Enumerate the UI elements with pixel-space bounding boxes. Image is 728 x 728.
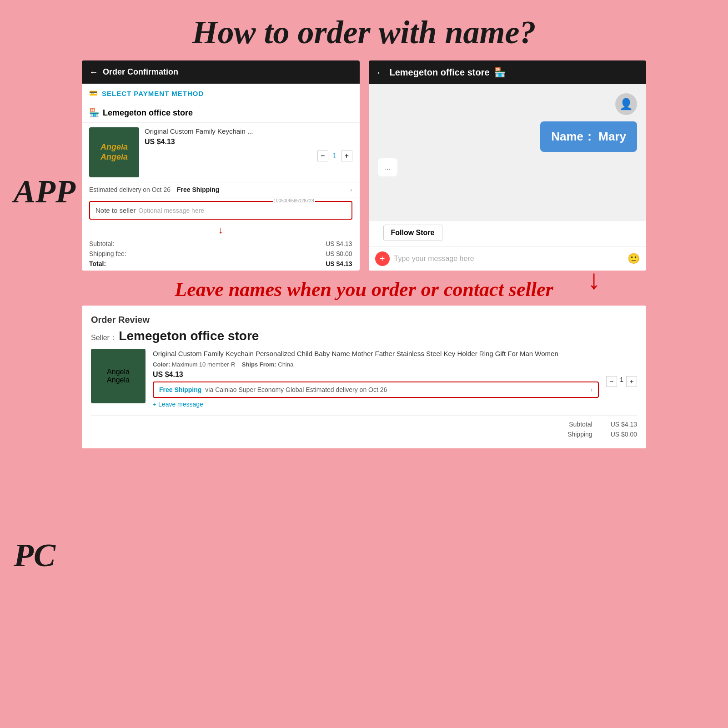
- pc-panel: Order Review Seller： Lemegeton office st…: [82, 306, 646, 448]
- pc-product-row: Angela Angela Original Custom Family Key…: [91, 349, 637, 411]
- pc-order-review-title: Order Review: [91, 315, 637, 325]
- pc-qty-minus-button[interactable]: −: [606, 376, 617, 387]
- follow-store-button[interactable]: Follow Store: [383, 225, 442, 241]
- store-name: Lemegeton office store: [103, 108, 193, 118]
- chat-input-field[interactable]: Type your message here: [394, 255, 623, 263]
- chat-header-title: Lemegeton office store: [390, 67, 490, 78]
- middle-row: Leave names when you order or contact se…: [0, 271, 728, 306]
- chat-header: ← Lemegeton office store 🏪: [369, 60, 647, 84]
- product-price: US $4.13: [145, 138, 352, 146]
- pc-shipping-value: US $0.00: [611, 431, 637, 438]
- main-title: How to order with name?: [0, 0, 728, 51]
- qty-number: 1: [333, 152, 337, 160]
- pc-label: PC: [14, 537, 55, 574]
- free-shipping-label: Free Shipping: [177, 186, 219, 193]
- color-value: Maximum 10 member-R: [172, 361, 235, 368]
- middle-text: Leave names when you order or contact se…: [0, 278, 728, 301]
- shipping-row: Shipping fee: US $0.00: [89, 249, 352, 259]
- chat-store-icon: 🏪: [494, 67, 506, 78]
- response-bubble: ...: [378, 158, 398, 176]
- subtotal-row: Subtotal: US $4.13: [89, 239, 352, 249]
- shipping-value: US $0.00: [326, 250, 352, 257]
- totals-section: Subtotal: US $4.13 Shipping fee: US $0.0…: [82, 237, 360, 271]
- payment-label: SELECT PAYMENT METHOD: [102, 90, 204, 97]
- delivery-text: Estimated delivery on Oct 26: [89, 186, 171, 193]
- seller-avatar: 👤: [615, 93, 637, 115]
- pc-qty-plus-button[interactable]: +: [626, 376, 637, 387]
- pc-shipping-chevron-icon: ›: [591, 386, 593, 393]
- app-right-panel: ← Lemegeton office store 🏪 👤 Name： Mary …: [369, 60, 647, 271]
- pc-product-details: Original Custom Family Keychain Personal…: [153, 349, 599, 411]
- chat-emoji-button[interactable]: 🙂: [628, 253, 640, 265]
- qty-minus-button[interactable]: −: [317, 151, 328, 161]
- note-seller-box[interactable]: Note to seller Optional message here 100…: [89, 201, 352, 220]
- pc-product-name: Original Custom Family Keychain Personal…: [153, 349, 599, 358]
- pc-shipping-detail: via Cainiao Super Economy Global Estimat…: [205, 386, 387, 393]
- pc-shipping-label: Shipping: [567, 431, 592, 438]
- pc-shipping-box: Free Shipping via Cainiao Super Economy …: [153, 382, 599, 398]
- app-left-header: ← Order Confirmation: [82, 60, 360, 84]
- pc-product-price: US $4.13: [153, 371, 599, 379]
- qty-plus-button[interactable]: +: [341, 151, 352, 161]
- order-id: 1005006565128728: [273, 198, 315, 203]
- pc-qty-control: − 1 +: [606, 349, 637, 411]
- product-name: Original Custom Family Keychain ...: [145, 127, 352, 135]
- pc-totals: Subtotal US $4.13 Shipping US $0.00: [91, 415, 637, 439]
- store-row: 🏪 Lemegeton office store: [82, 103, 360, 123]
- store-bag-icon: 🏪: [89, 108, 99, 118]
- pc-subtotal-row: Subtotal US $4.13: [91, 419, 637, 429]
- ships-from-label: Ships From:: [242, 361, 276, 368]
- arrow-down-icon: ↓: [218, 224, 223, 236]
- note-seller-placeholder: Optional message here: [138, 207, 204, 214]
- app-label: APP: [14, 173, 75, 211]
- chat-body: 👤 Name： Mary ...: [369, 84, 647, 221]
- name-bubble: Name： Mary: [540, 121, 637, 152]
- total-value: US $4.13: [326, 260, 352, 267]
- qty-control: − 1 +: [145, 151, 352, 161]
- product-details: Original Custom Family Keychain ... US $…: [145, 127, 352, 177]
- chat-back-arrow-icon[interactable]: ←: [376, 67, 385, 78]
- pc-free-shipping-label: Free Shipping: [159, 386, 201, 393]
- delivery-row: Estimated delivery on Oct 26 Free Shippi…: [82, 182, 360, 197]
- shipping-label: Shipping fee:: [89, 250, 126, 257]
- total-label: Total:: [89, 260, 106, 267]
- big-red-arrow-icon: ↓: [587, 266, 601, 293]
- payment-icon: 💳: [89, 89, 98, 97]
- delivery-chevron-icon: ›: [350, 186, 352, 193]
- note-seller-label: Note to seller: [95, 206, 136, 214]
- back-arrow-icon[interactable]: ←: [89, 67, 98, 77]
- color-label: Color:: [153, 361, 170, 368]
- subtotal-value: US $4.13: [326, 240, 352, 247]
- total-row: Total: US $4.13: [89, 259, 352, 269]
- pc-seller-name: Lemegeton office store: [119, 329, 259, 343]
- pc-leave-message-button[interactable]: + Leave message: [153, 401, 599, 408]
- product-image: Angela Angela: [89, 127, 139, 177]
- chat-plus-button[interactable]: +: [375, 251, 390, 266]
- pc-subtotal-value: US $4.13: [611, 421, 637, 428]
- pc-product-meta: Color: Maximum 10 member-R Ships From: C…: [153, 361, 599, 368]
- pc-seller-label: Seller：: [91, 334, 117, 341]
- pc-qty-number: 1: [620, 376, 623, 383]
- avatar-icon: 👤: [619, 98, 633, 110]
- chat-input-row: + Type your message here 🙂: [369, 246, 647, 271]
- product-row: Angela Angela Original Custom Family Key…: [82, 123, 360, 182]
- arrow-down-container: ↓: [82, 223, 360, 237]
- ships-from-value: China: [278, 361, 293, 368]
- keychain-text: Angela Angela: [100, 142, 128, 162]
- pc-seller-row: Seller： Lemegeton office store: [91, 329, 637, 343]
- pc-subtotal-label: Subtotal: [569, 421, 592, 428]
- payment-section[interactable]: 💳 SELECT PAYMENT METHOD: [82, 84, 360, 103]
- app-left-header-title: Order Confirmation: [103, 67, 178, 77]
- pc-product-image: Angela Angela: [91, 349, 146, 403]
- pc-shipping-row: Shipping US $0.00: [91, 429, 637, 439]
- app-left-panel: ← Order Confirmation 💳 SELECT PAYMENT ME…: [82, 60, 360, 271]
- subtotal-label: Subtotal:: [89, 240, 114, 247]
- pc-keychain-text: Angela Angela: [107, 368, 130, 384]
